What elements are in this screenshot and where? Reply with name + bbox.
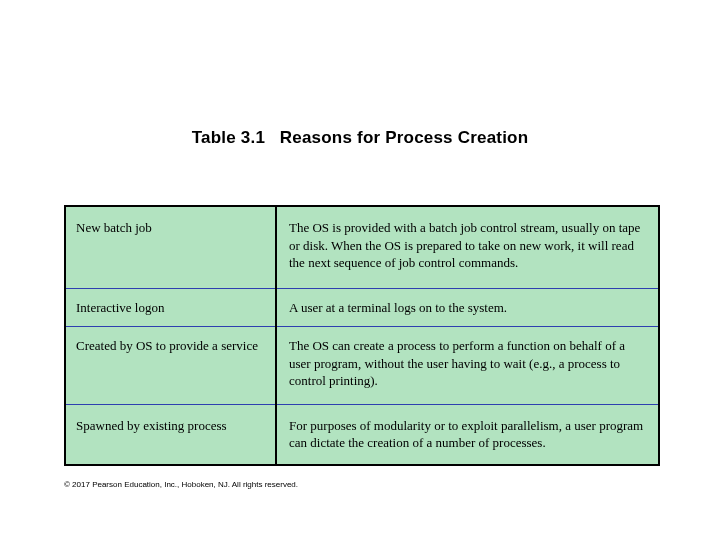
description-cell: A user at a terminal logs on to the syst… — [276, 288, 658, 327]
reason-cell: Spawned by existing process — [66, 404, 276, 464]
reasons-table: New batch job The OS is provided with a … — [66, 207, 658, 464]
description-cell: For purposes of modularity or to exploit… — [276, 404, 658, 464]
table-number: Table 3.1 — [192, 128, 265, 147]
description-cell: The OS is provided with a batch job cont… — [276, 207, 658, 288]
table-row: Spawned by existing process For purposes… — [66, 404, 658, 464]
page-title: Table 3.1 Reasons for Process Creation — [0, 128, 720, 148]
table-caption: Reasons for Process Creation — [280, 128, 528, 147]
reason-cell: Created by OS to provide a service — [66, 327, 276, 405]
description-cell: The OS can create a process to perform a… — [276, 327, 658, 405]
table-row: Created by OS to provide a service The O… — [66, 327, 658, 405]
reason-cell: New batch job — [66, 207, 276, 288]
reason-cell: Interactive logon — [66, 288, 276, 327]
table-row: Interactive logon A user at a terminal l… — [66, 288, 658, 327]
copyright-notice: © 2017 Pearson Education, Inc., Hoboken,… — [64, 480, 298, 489]
reasons-table-container: New batch job The OS is provided with a … — [64, 205, 660, 466]
table-row: New batch job The OS is provided with a … — [66, 207, 658, 288]
